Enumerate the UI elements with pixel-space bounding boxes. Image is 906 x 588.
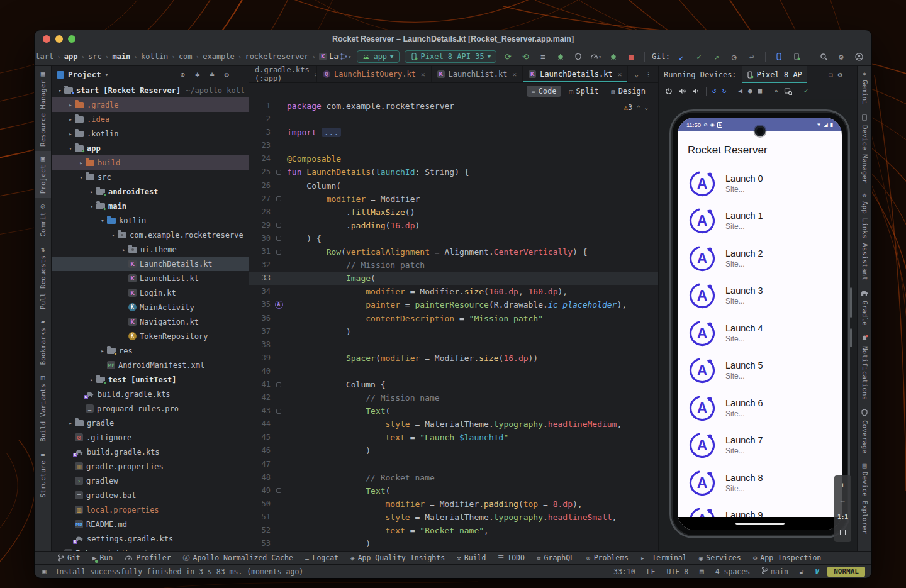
- tree-item-gradle.properties[interactable]: ▥gradle.properties: [52, 459, 249, 474]
- indent-indicator[interactable]: 4 spaces: [712, 567, 753, 576]
- fold-marker-icon[interactable]: [276, 170, 281, 175]
- stop-icon[interactable]: ■: [625, 50, 637, 63]
- breadcrumb-item[interactable]: example: [203, 52, 235, 61]
- tool-window-button-services[interactable]: ◉Services: [699, 553, 741, 562]
- tree-chevron-icon[interactable]: ▾: [77, 174, 86, 180]
- editor-tab-launchlist.kt[interactable]: KLaunchList.kt✕: [432, 66, 523, 82]
- zoom-window-button[interactable]: [68, 35, 76, 43]
- tree-item-gradlew.bat[interactable]: ≡gradlew.bat: [52, 488, 249, 502]
- code-area[interactable]: 1package com.example.rocketreserver23imp…: [249, 99, 658, 551]
- tree-chevron-icon[interactable]: ▸: [66, 131, 75, 137]
- volume-up-icon[interactable]: [678, 87, 686, 95]
- overview-icon[interactable]: ■: [758, 87, 763, 95]
- zoom-reset-button[interactable]: 1:1: [834, 509, 851, 524]
- tool-window-button-run[interactable]: ▶Run: [92, 553, 113, 562]
- tree-chevron-icon[interactable]: ▸: [66, 102, 75, 108]
- tool-window-button-logcat[interactable]: ≡Logcat: [305, 553, 338, 562]
- breadcrumb-item[interactable]: kotlin: [141, 52, 168, 61]
- chevron-down-icon[interactable]: ▾: [105, 72, 108, 78]
- new-window-icon[interactable]: ❏: [829, 70, 833, 79]
- next-warning-icon[interactable]: ⌄: [645, 101, 648, 114]
- tool-window-button-terminal[interactable]: ▸_Terminal: [640, 553, 687, 562]
- hide-device-panel-icon[interactable]: —: [847, 70, 852, 79]
- tab-options-icon[interactable]: ⋮: [645, 70, 652, 79]
- tool-strip-item-coverage[interactable]: Coverage: [858, 404, 871, 458]
- editor-mode-split[interactable]: ◫Split: [564, 86, 603, 97]
- launch-list[interactable]: A Launch 0 Site... A Launch 1 Site... A …: [678, 165, 842, 530]
- tree-chevron-icon[interactable]: ▸: [77, 160, 86, 166]
- snapshot-ok-icon[interactable]: ✓: [804, 87, 808, 95]
- phone-screen[interactable]: 11:50 ⊘ ◉ A ▼ ◢ ▮ Rocket Reserver: [678, 118, 842, 530]
- tree-chevron-icon[interactable]: ▸: [120, 247, 128, 253]
- tree-item-main[interactable]: ▾main: [52, 199, 249, 213]
- tree-item-start-rocket-reserver-[interactable]: ▾start [Rocket Reserver]~/apollo-kotl: [52, 83, 249, 97]
- reader-mode-icon[interactable]: ▤: [696, 567, 707, 575]
- tool-strip-item-device-manager[interactable]: Device Manager: [858, 109, 871, 188]
- tree-item-androidmanifest.xml[interactable]: MFAndroidManifest.xml: [52, 358, 249, 372]
- add-device-icon[interactable]: [790, 50, 803, 63]
- device-panel-settings-icon[interactable]: ⚙: [838, 70, 842, 79]
- title-bar[interactable]: Rocket Reserver – LaunchDetails.kt [Rock…: [35, 30, 871, 48]
- tool-strip-item-structure[interactable]: ≡Structure: [35, 447, 51, 502]
- close-tab-icon[interactable]: ✕: [513, 70, 517, 79]
- launch-list-item[interactable]: A Launch 0 Site...: [678, 165, 842, 202]
- tree-item-settings.gradle.kts[interactable]: Ksettings.gradle.kts: [52, 531, 249, 546]
- launch-list-item[interactable]: A Launch 4 Site...: [678, 314, 842, 352]
- close-tab-icon[interactable]: ✕: [421, 70, 425, 79]
- tree-item-launchdetails.kt[interactable]: KLaunchDetails.kt: [52, 257, 249, 271]
- history-icon[interactable]: ◷: [728, 50, 741, 63]
- tree-chevron-icon[interactable]: ▸: [87, 189, 96, 195]
- editor-tab-d.gradle.kts-app-[interactable]: d.gradle.kts (:app)✕: [249, 66, 317, 82]
- minimize-window-button[interactable]: [55, 35, 63, 43]
- breadcrumb-item[interactable]: com: [179, 52, 193, 61]
- editor-mode-design[interactable]: ▨Design: [607, 86, 651, 97]
- tree-item-build.gradle.kts[interactable]: Kbuild.gradle.kts: [52, 387, 249, 401]
- tree-item-local.properties[interactable]: ▥local.properties: [52, 502, 249, 517]
- fold-marker-icon[interactable]: [276, 223, 281, 228]
- apollo-gutter-icon[interactable]: A: [275, 301, 283, 309]
- breadcrumb-file[interactable]: KLaunchDetails.kt: [319, 52, 339, 61]
- tool-strip-item-pull-requests[interactable]: ⇅Pull Requests: [35, 241, 51, 314]
- caret-position[interactable]: 33:10: [610, 567, 639, 576]
- fold-marker-icon[interactable]: [276, 250, 281, 255]
- launch-list-item[interactable]: A Launch 6 Site...: [678, 389, 842, 427]
- tool-strip-item-bookmarks[interactable]: ▰Bookmarks: [35, 314, 51, 370]
- more-icon[interactable]: »: [774, 87, 778, 95]
- tree-item-com.example.rocketreserve[interactable]: ▾com.example.rocketreserve: [52, 228, 249, 242]
- tree-chevron-icon[interactable]: ▾: [87, 203, 96, 209]
- tree-item-app[interactable]: ▾app: [52, 141, 249, 155]
- lock-icon[interactable]: 🔓︎: [797, 568, 807, 575]
- account-icon[interactable]: [853, 50, 865, 63]
- tree-item-ui.theme[interactable]: ▸ui.theme: [52, 242, 249, 257]
- tool-strip-item-build-variants[interactable]: ◫Build Variants: [35, 370, 51, 447]
- tree-item-mainactivity[interactable]: KMainActivity: [52, 300, 249, 314]
- tree-item-readme.md[interactable]: MDREADME.md: [52, 517, 249, 531]
- breadcrumb-item[interactable]: app: [64, 52, 78, 61]
- tool-window-button-git[interactable]: Git: [57, 553, 81, 562]
- tool-window-button-graphql[interactable]: ✡GraphQL: [537, 553, 574, 562]
- collapse-all-icon[interactable]: ≐: [210, 70, 214, 79]
- search-icon[interactable]: [817, 50, 830, 63]
- tree-chevron-icon[interactable]: ▸: [66, 420, 75, 426]
- tree-chevron-icon[interactable]: ▾: [55, 87, 64, 94]
- zoom-in-button[interactable]: +: [834, 478, 851, 492]
- tool-window-button-problems[interactable]: ⊕Problems: [586, 553, 629, 562]
- tool-window-button-todo[interactable]: ☰TODO: [498, 553, 525, 562]
- fold-marker-icon[interactable]: [276, 488, 281, 493]
- tree-item-gradle[interactable]: ▸gradle: [52, 416, 249, 430]
- push-icon[interactable]: ↗: [710, 50, 723, 63]
- tree-item-src[interactable]: ▾src: [52, 170, 249, 184]
- launch-list-item[interactable]: A Launch 1 Site...: [678, 202, 842, 240]
- apply-code-changes-icon[interactable]: ⟲: [519, 50, 532, 63]
- launch-list-item[interactable]: A Launch 2 Site...: [678, 240, 842, 277]
- breadcrumb-item[interactable]: start: [35, 52, 53, 61]
- tree-item-test-unittest-[interactable]: ▸test [unitTest]: [52, 372, 249, 387]
- tool-strip-item-resource-manager[interactable]: ▦Resource Manager: [35, 66, 51, 151]
- commit-check-icon[interactable]: ✓: [693, 50, 705, 63]
- profiler-list-icon[interactable]: ≡: [537, 50, 549, 63]
- breadcrumb-item[interactable]: main: [112, 52, 130, 61]
- tool-strip-item-device-explorer[interactable]: ▤Device Explorer: [858, 458, 871, 538]
- ideavim-icon[interactable]: V: [812, 567, 822, 576]
- tool-strip-item-project[interactable]: ▣Project: [35, 151, 51, 198]
- debug-attach-icon[interactable]: [607, 50, 620, 63]
